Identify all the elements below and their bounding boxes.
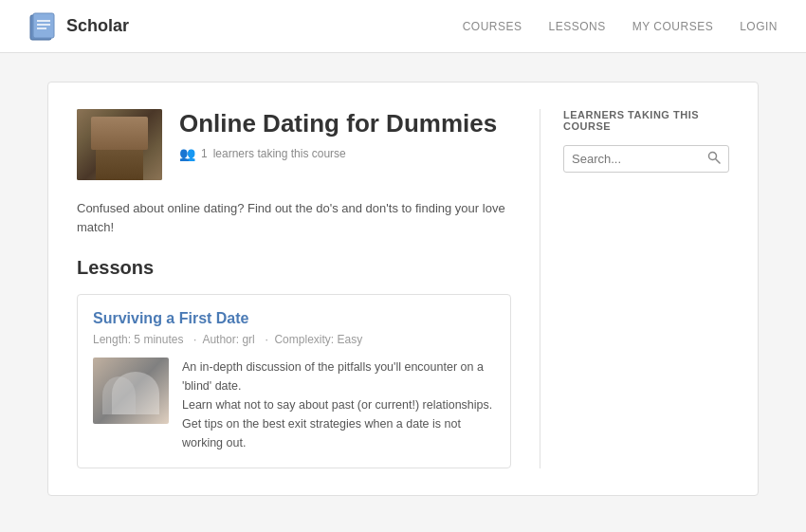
lesson-card: Surviving a First Date Length: 5 minutes… <box>77 294 511 468</box>
main-content: Online Dating for Dummies 👥 1 learners t… <box>0 53 806 524</box>
lesson-desc-line3: Get tips on the best exit strategies whe… <box>182 414 495 452</box>
sidebar-search-box[interactable] <box>563 145 729 173</box>
logo[interactable]: Scholar <box>28 11 129 42</box>
learners-count: 1 <box>201 147 208 160</box>
course-sidebar: LEARNERS TAKING THIS COURSE <box>540 109 729 468</box>
nav-lessons[interactable]: LESSONS <box>548 20 605 33</box>
course-header: Online Dating for Dummies 👥 1 learners t… <box>77 109 511 180</box>
svg-line-6 <box>716 159 721 164</box>
sidebar-search-input[interactable] <box>572 152 702 166</box>
header: Scholar COURSES LESSONS MY COURSES LOGIN <box>0 0 806 53</box>
people-icon: 👥 <box>179 146 195 161</box>
lessons-heading: Lessons <box>77 257 511 279</box>
logo-text: Scholar <box>66 16 129 36</box>
sidebar-title: LEARNERS TAKING THIS COURSE <box>563 109 729 132</box>
search-icon <box>707 151 721 164</box>
course-title: Online Dating for Dummies <box>179 109 497 138</box>
svg-rect-1 <box>33 13 54 38</box>
lesson-thumbnail <box>93 358 169 424</box>
lesson-description: An in-depth discussion of the pitfalls y… <box>182 358 495 452</box>
course-thumbnail-image <box>77 109 162 180</box>
lesson-length: Length: 5 minutes <box>93 333 183 346</box>
lesson-complexity: Complexity: Easy <box>274 333 362 346</box>
learners-label: learners taking this course <box>213 147 346 160</box>
lesson-desc-line1: An in-depth discussion of the pitfalls y… <box>182 358 495 395</box>
logo-icon <box>28 11 59 42</box>
lesson-author: Author: grl <box>202 333 254 346</box>
lesson-content: An in-depth discussion of the pitfalls y… <box>93 358 495 452</box>
nav-my-courses[interactable]: MY COURSES <box>632 20 713 33</box>
course-left: Online Dating for Dummies 👥 1 learners t… <box>77 109 511 468</box>
nav-login[interactable]: LOGIN <box>740 20 778 33</box>
nav-courses[interactable]: COURSES <box>463 20 522 33</box>
course-thumbnail <box>77 109 162 180</box>
search-icon-button[interactable] <box>707 151 721 167</box>
lesson-desc-line2: Learn what not to say about past (or cur… <box>182 395 495 414</box>
lesson-meta: Length: 5 minutes · Author: grl · Comple… <box>93 333 495 346</box>
course-card: Online Dating for Dummies 👥 1 learners t… <box>47 82 759 496</box>
main-nav: COURSES LESSONS MY COURSES LOGIN <box>463 20 778 33</box>
course-info: Online Dating for Dummies 👥 1 learners t… <box>179 109 497 161</box>
course-description: Confused about online dating? Find out t… <box>77 199 511 236</box>
lesson-title[interactable]: Surviving a First Date <box>93 310 495 327</box>
course-learners: 👥 1 learners taking this course <box>179 146 497 161</box>
